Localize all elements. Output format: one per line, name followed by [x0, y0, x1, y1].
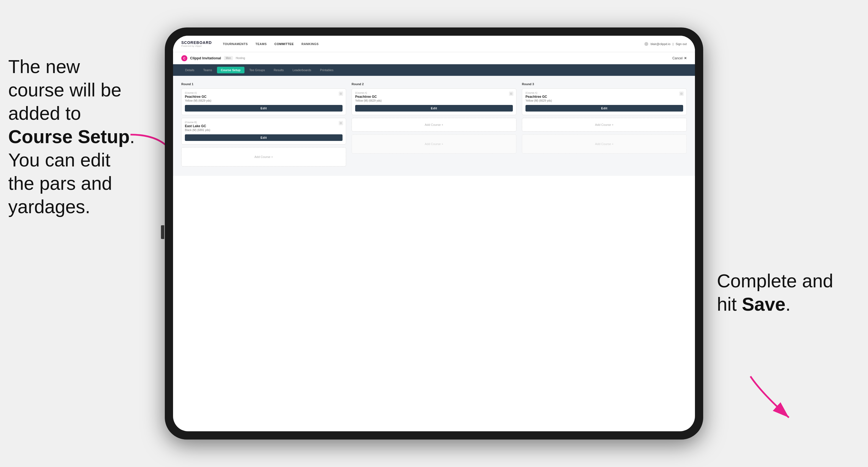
tab-course-setup[interactable]: Course Setup	[217, 67, 245, 73]
main-content: Round 1 ⊡ (Course A) Peachtree GC Yellow…	[173, 76, 695, 176]
round3-course-a-icon[interactable]: ⊡	[679, 91, 684, 96]
tab-results[interactable]: Results	[270, 67, 288, 73]
round2-add-course-label: Add Course +	[425, 123, 443, 126]
tournament-name: Clippd Invitational	[190, 56, 221, 60]
round-3-column: Round 3 ⊡ (Course A) Peachtree GC Yellow…	[522, 83, 687, 169]
tournament-info: C Clippd Invitational Men Hosting	[181, 55, 245, 61]
user-email: blair@clippd.io	[650, 42, 670, 45]
sub-tabs: Details Teams Course Setup Tee Groups Re…	[173, 64, 695, 76]
nav-teams[interactable]: TEAMS	[255, 41, 267, 47]
round2-course-a-icon[interactable]: ⊡	[509, 91, 514, 96]
round-2-label: Round 2	[351, 83, 517, 86]
user-avatar	[644, 42, 648, 46]
tournament-gender: Men	[224, 56, 233, 60]
annotation-right-period: .	[785, 294, 791, 315]
round1-course-b-details: Black (M) (6891 yds)	[185, 129, 343, 132]
round-2-column: Round 2 ⊡ (Course A) Peachtree GC Yellow…	[351, 83, 517, 169]
round3-course-a-edit-btn[interactable]: Edit	[525, 105, 683, 112]
round3-course-a-details: Yellow (M) (6629 yds)	[525, 99, 683, 102]
round2-course-a-edit-btn[interactable]: Edit	[355, 105, 513, 112]
round3-add-course-btn[interactable]: Add Course +	[522, 118, 687, 132]
brand-sub: Powered by clippd	[181, 45, 212, 47]
round2-add-course-disabled: Add Course +	[351, 134, 517, 154]
round-1-column: Round 1 ⊡ (Course A) Peachtree GC Yellow…	[181, 83, 346, 169]
round1-add-course-label: Add Course +	[254, 155, 273, 158]
tournament-bar: C Clippd Invitational Men Hosting Cancel…	[173, 52, 695, 64]
round1-course-a-card: ⊡ (Course A) Peachtree GC Yellow (M) (66…	[181, 89, 346, 115]
round1-course-a-name: Peachtree GC	[185, 95, 343, 99]
nav-right: blair@clippd.io | Sign out	[644, 42, 687, 46]
brand-logo: SCOREBOARD Powered by clippd	[181, 40, 212, 47]
round1-course-a-edit-btn[interactable]: Edit	[185, 105, 343, 112]
tab-teams[interactable]: Teams	[199, 67, 216, 73]
round2-add-course-disabled-label: Add Course +	[425, 142, 443, 146]
nav-links: TOURNAMENTS TEAMS COMMITTEE RANKINGS	[223, 41, 644, 47]
tablet-screen: SCOREBOARD Powered by clippd TOURNAMENTS…	[173, 36, 695, 431]
top-nav: SCOREBOARD Powered by clippd TOURNAMENTS…	[173, 36, 695, 52]
round1-add-course-btn[interactable]: Add Course +	[181, 147, 346, 166]
tab-printables[interactable]: Printables	[316, 67, 337, 73]
annotation-line5: the pars and	[8, 173, 112, 194]
round1-course-a-details: Yellow (M) (6629 yds)	[185, 99, 343, 102]
round1-course-b-label: (Course B)	[185, 121, 343, 124]
side-button	[161, 225, 164, 239]
round2-course-a-label: (Course A)	[355, 91, 513, 94]
rounds-grid: Round 1 ⊡ (Course A) Peachtree GC Yellow…	[181, 83, 687, 169]
tab-leaderboards[interactable]: Leaderboards	[289, 67, 315, 73]
annotation-line6: yardages.	[8, 196, 90, 217]
round2-course-a-details: Yellow (M) (6629 yds)	[355, 99, 513, 102]
annotation-bold: Course Setup	[8, 126, 130, 147]
separator: |	[673, 42, 674, 45]
cancel-button[interactable]: Cancel ✕	[673, 56, 687, 60]
brand-title: SCOREBOARD	[181, 40, 212, 45]
nav-tournaments[interactable]: TOURNAMENTS	[223, 41, 248, 47]
round3-course-a-card: ⊡ (Course A) Peachtree GC Yellow (M) (66…	[522, 89, 687, 115]
tournament-status: Hosting	[236, 57, 245, 60]
annotation-right-line1: Complete and	[717, 270, 833, 291]
round1-course-a-icon[interactable]: ⊡	[339, 91, 343, 96]
annotation-line3: added to	[8, 103, 81, 124]
annotation-right-bold: Save	[742, 294, 785, 315]
arrow-right-indicator	[745, 371, 800, 426]
round3-add-course-disabled: Add Course +	[522, 134, 687, 154]
round1-course-b-name: East Lake GC	[185, 124, 343, 128]
round1-course-b-icon[interactable]: ⊡	[339, 121, 343, 125]
nav-rankings[interactable]: RANKINGS	[301, 41, 319, 47]
sign-out-link[interactable]: Sign out	[676, 42, 687, 45]
round-1-label: Round 1	[181, 83, 346, 86]
tab-details[interactable]: Details	[181, 67, 198, 73]
round3-add-course-label: Add Course +	[595, 123, 614, 126]
round2-course-a-name: Peachtree GC	[355, 95, 513, 99]
annotation-line1: The new	[8, 56, 80, 77]
tab-tee-groups[interactable]: Tee Groups	[246, 67, 269, 73]
round-3-label: Round 3	[522, 83, 687, 86]
cancel-icon: ✕	[684, 56, 687, 60]
round1-course-a-label: (Course A)	[185, 91, 343, 94]
round2-course-a-card: ⊡ (Course A) Peachtree GC Yellow (M) (66…	[351, 89, 517, 115]
annotation-period: .	[130, 126, 135, 147]
annotation-line4: You can edit	[8, 150, 111, 170]
round2-add-course-btn[interactable]: Add Course +	[351, 118, 517, 132]
round1-course-b-edit-btn[interactable]: Edit	[185, 134, 343, 141]
clippd-logo: C	[181, 55, 187, 61]
round3-add-course-disabled-label: Add Course +	[595, 142, 614, 146]
annotation-line2: course will be	[8, 80, 121, 100]
round3-course-a-label: (Course A)	[525, 91, 683, 94]
nav-committee[interactable]: COMMITTEE	[274, 41, 294, 47]
round1-course-b-card: ⊡ (Course B) East Lake GC Black (M) (689…	[181, 118, 346, 145]
round3-course-a-name: Peachtree GC	[525, 95, 683, 99]
tablet-device: SCOREBOARD Powered by clippd TOURNAMENTS…	[165, 28, 703, 439]
annotation-right-line2: hit	[717, 294, 742, 315]
annotation-left: The new course will be added to Course S…	[8, 55, 167, 218]
annotation-right: Complete and hit Save.	[717, 269, 860, 316]
cancel-label: Cancel	[673, 56, 683, 60]
